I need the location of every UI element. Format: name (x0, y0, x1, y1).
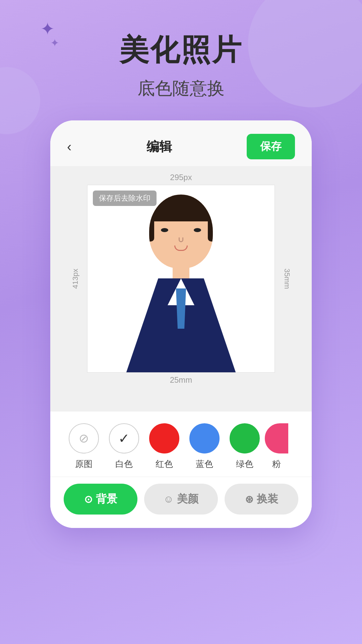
color-circle-white: ✓ (109, 423, 139, 453)
back-button[interactable]: ‹ (67, 139, 71, 154)
photo-placeholder: 保存后去除水印 (87, 185, 275, 373)
dimension-bottom: 25mm (170, 375, 192, 385)
gray-spacer (50, 391, 312, 412)
color-label-green: 绿色 (236, 458, 253, 470)
color-label-white: 白色 (115, 458, 133, 470)
color-item-white[interactable]: ✓ 白色 (104, 423, 144, 470)
color-circle-green (230, 423, 260, 453)
color-selector: ⊘ 原图 ✓ 白色 红色 蓝色 绿色 粉 (50, 412, 312, 477)
watermark-badge: 保存后去除水印 (93, 191, 157, 206)
eyes (161, 228, 201, 232)
eye-left (161, 228, 168, 232)
tab-outfit[interactable]: ⊛ 换装 (225, 484, 298, 515)
color-label-pink: 粉 (272, 458, 281, 470)
photo-area: 295px 413px 35mm 保存后去除水印 (50, 166, 312, 391)
background-icon: ⊙ (84, 493, 93, 505)
person-figure (124, 191, 238, 372)
color-label-blue: 蓝色 (196, 458, 213, 470)
color-circle-original: ⊘ (69, 423, 99, 453)
tab-background-label: 背景 (96, 492, 117, 506)
color-item-original[interactable]: ⊘ 原图 (64, 423, 104, 470)
color-item-green[interactable]: 绿色 (225, 423, 265, 470)
color-circle-red (149, 423, 179, 453)
hair (149, 195, 213, 221)
dimension-left: 413px (71, 269, 80, 289)
color-item-red[interactable]: 红色 (144, 423, 184, 470)
photo-frame-wrapper: 413px 35mm 保存后去除水印 (87, 185, 275, 373)
color-item-pink[interactable]: 粉 (265, 423, 288, 470)
tab-beauty-label: 美颜 (177, 492, 198, 506)
tab-background[interactable]: ⊙ 背景 (64, 484, 137, 515)
save-button[interactable]: 保存 (247, 134, 295, 159)
phone-top-bar: ‹ 编辑 保存 (50, 120, 312, 166)
color-item-blue[interactable]: 蓝色 (184, 423, 225, 470)
bottom-tabs: ⊙ 背景 ☺ 美颜 ⊛ 换装 (50, 477, 312, 528)
nose (179, 237, 183, 242)
main-title: 美化照片 (119, 30, 243, 70)
check-icon: ✓ (118, 431, 130, 446)
sparkle-small-icon: ✦ (50, 38, 59, 48)
color-label-original: 原图 (75, 458, 93, 470)
outfit-icon: ⊛ (245, 493, 253, 505)
tab-outfit-label: 换装 (257, 492, 278, 506)
sub-title: 底色随意换 (137, 77, 225, 100)
portrait-bg (87, 185, 275, 372)
phone-title: 编辑 (146, 138, 172, 155)
dimension-right: 35mm (283, 268, 291, 289)
color-circle-blue (189, 423, 220, 453)
header-area: ✦ ✦ 美化照片 底色随意换 (0, 0, 362, 120)
color-circle-pink (265, 423, 288, 453)
eye-right (194, 228, 201, 232)
dimension-top: 295px (170, 173, 192, 182)
phone-mockup: ‹ 编辑 保存 295px 413px 35mm 保存后去除水印 (50, 120, 312, 528)
mouth (174, 246, 188, 251)
head (149, 195, 213, 268)
beauty-icon: ☺ (164, 493, 174, 505)
sparkle-large-icon: ✦ (40, 20, 55, 38)
no-color-icon: ⊘ (79, 431, 89, 445)
color-label-red: 红色 (156, 458, 173, 470)
tab-beauty[interactable]: ☺ 美颜 (144, 484, 218, 515)
